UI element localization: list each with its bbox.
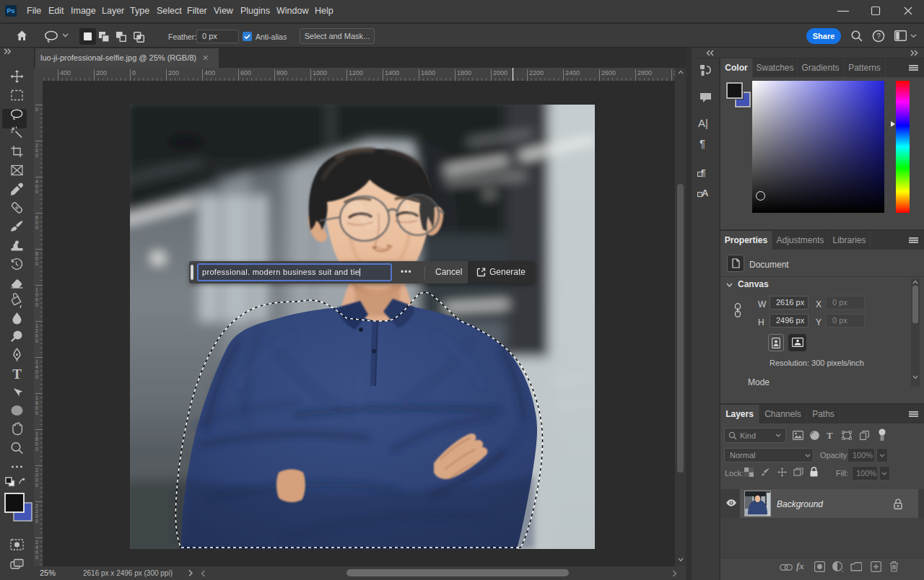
svg-text:T: T [12, 366, 22, 382]
svg-text:800: 800 [276, 69, 287, 76]
svg-text:?: ? [876, 32, 881, 40]
svg-text:2600: 2600 [601, 69, 616, 76]
svg-text:400: 400 [204, 69, 215, 76]
svg-text:2000: 2000 [493, 69, 507, 76]
svg-text:1600: 1600 [421, 69, 435, 76]
svg-text:2800: 2800 [637, 69, 652, 76]
svg-text:1800: 1800 [457, 69, 471, 76]
svg-text:1200: 1200 [349, 69, 363, 76]
svg-text:2200: 2200 [529, 69, 544, 76]
svg-text:2400: 2400 [565, 69, 580, 76]
svg-text:600: 600 [240, 69, 251, 76]
svg-text:0: 0 [132, 69, 136, 76]
svg-text:1400: 1400 [385, 69, 399, 76]
svg-text:200: 200 [96, 69, 107, 76]
svg-text:400: 400 [60, 69, 71, 76]
svg-text:1000: 1000 [313, 69, 327, 76]
svg-text:200: 200 [168, 69, 179, 76]
